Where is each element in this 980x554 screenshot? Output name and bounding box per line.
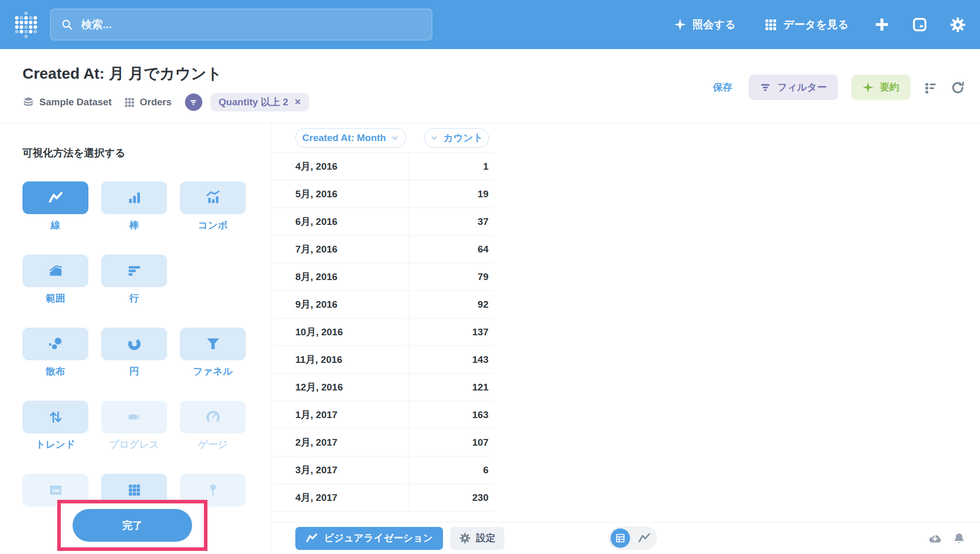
search-bar[interactable] [50,9,432,40]
summarize-button[interactable]: 要約 [851,75,911,100]
count-cell[interactable]: 64 [409,236,494,263]
search-input[interactable] [80,18,422,31]
viz-type-label: 棒 [101,219,167,232]
new-plus-button[interactable] [874,17,890,32]
browse-data-button[interactable]: データを見る [761,17,852,32]
viz-type-cell: ゲージ [180,401,246,451]
filter-chip[interactable]: Quantity 以上 2 ✕ [211,93,310,111]
month-cell[interactable]: 7月, 2016 [271,236,409,263]
filter-button[interactable]: フィルター [749,75,838,100]
chart-view-button[interactable] [635,531,654,545]
viz-type-cell: トレンド [22,401,88,451]
viz-type-label: 散布 [22,365,88,378]
table-row: 4月, 2016 1 [271,153,494,180]
count-cell[interactable]: 1 [409,153,494,180]
main-content: 可視化方法を選択する 線 棒 コンボ 範囲 行 散布 円 ファネル トレンド [0,123,980,554]
funnel-chart-button[interactable] [180,328,246,360]
bottom-bar: ビジュアライゼーション 設定 [271,522,980,554]
count-cell[interactable]: 79 [409,263,494,290]
month-cell[interactable]: 4月, 2017 [271,484,409,511]
count-cell[interactable]: 19 [409,180,494,207]
number-chart-icon: 100 [48,482,63,498]
month-column-header[interactable]: Created At: Month [295,128,406,148]
funnel-chart-icon [205,336,221,352]
month-cell[interactable]: 1月, 2017 [271,401,409,428]
table-row: 6月, 2016 37 [271,208,494,236]
dataset-crumb[interactable]: Sample Dataset [22,97,112,108]
refresh-button[interactable] [951,81,965,95]
chart-settings-button[interactable]: 設定 [450,527,504,550]
month-cell[interactable]: 10月, 2016 [271,318,409,345]
table-row: 11月, 2016 143 [271,346,494,374]
progress-chart-icon [127,409,142,425]
notifications-button[interactable] [952,532,966,545]
download-button[interactable] [928,532,942,546]
area-chart-icon [48,263,63,279]
ask-question-button[interactable]: 照会する [671,17,739,32]
top-navigation: 照会する データを見る [671,17,966,33]
month-cell[interactable]: 5月, 2016 [271,180,409,207]
refresh-icon [951,81,965,95]
count-cell[interactable]: 137 [409,318,494,345]
sparkle-icon [862,82,874,93]
line-chart-button[interactable] [22,181,88,214]
pie-chart-button[interactable] [101,328,167,360]
bar-chart-button[interactable] [101,181,167,214]
visualization-sidebar: 可視化方法を選択する 線 棒 コンボ 範囲 行 散布 円 ファネル トレンド [0,123,271,554]
settings-gear-button[interactable] [950,17,966,33]
view-list-button[interactable] [924,81,938,95]
month-cell[interactable]: 6月, 2016 [271,208,409,235]
count-cell[interactable]: 121 [409,374,494,401]
gear-icon [950,17,966,33]
list-icon [924,81,938,95]
count-cell[interactable]: 230 [409,484,494,511]
scatter-chart-button[interactable] [22,328,88,360]
viz-type-label: ファネル [180,365,246,378]
filter-chip-label: Quantity 以上 2 [219,96,288,109]
visualization-button[interactable]: ビジュアライゼーション [295,527,443,550]
line-chart-icon [306,532,318,544]
count-cell[interactable]: 92 [409,291,494,318]
table-row: 1月, 2017 163 [271,401,494,429]
question-header: Created At: 月 月でカウント Sample Dataset Orde… [0,49,980,123]
count-cell[interactable]: 6 [409,456,494,483]
app-header: 照会する データを見る [0,0,980,49]
count-cell[interactable]: 37 [409,208,494,235]
filter-bubble-button[interactable] [185,94,202,111]
sidebar-heading: 可視化方法を選択する [22,146,271,160]
done-button[interactable]: 完了 [73,509,192,542]
table-row: 8月, 2016 79 [271,263,494,291]
count-cell[interactable]: 143 [409,346,494,373]
viz-type-label: 円 [101,365,167,378]
save-button[interactable]: 保存 [710,80,735,95]
progress-chart-button[interactable] [101,401,167,433]
count-column-header[interactable]: カウント [424,128,489,148]
combo-chart-button[interactable] [180,181,246,214]
area-chart-button[interactable] [22,255,88,287]
month-cell[interactable]: 9月, 2016 [271,291,409,318]
month-cell[interactable]: 4月, 2016 [271,153,409,180]
header-actions: 保存 フィルター 要約 [710,75,965,100]
reference-button[interactable] [912,17,927,32]
summarize-button-label: 要約 [880,81,899,94]
table-crumb[interactable]: Orders [124,97,172,108]
trend-chart-button[interactable] [22,401,88,433]
table-view-button[interactable] [611,528,630,548]
month-cell[interactable]: 11月, 2016 [271,346,409,373]
gauge-chart-button[interactable] [180,401,246,433]
count-cell[interactable]: 163 [409,401,494,428]
dataset-label: Sample Dataset [39,97,112,108]
table-chart-icon [127,482,142,498]
month-cell[interactable]: 8月, 2016 [271,263,409,290]
table-chart-toggle [608,526,657,550]
month-cell[interactable]: 3月, 2017 [271,456,409,483]
count-cell[interactable]: 107 [409,429,494,456]
square-badge-icon [912,17,927,32]
month-cell[interactable]: 2月, 2017 [271,429,409,456]
month-cell[interactable]: 12月, 2016 [271,374,409,401]
metabase-logo-icon[interactable] [14,11,39,39]
remove-filter-icon[interactable]: ✕ [294,98,301,106]
viz-type-label: ゲージ [180,438,246,451]
bar-chart-icon [127,190,142,205]
row-chart-button[interactable] [101,255,167,287]
